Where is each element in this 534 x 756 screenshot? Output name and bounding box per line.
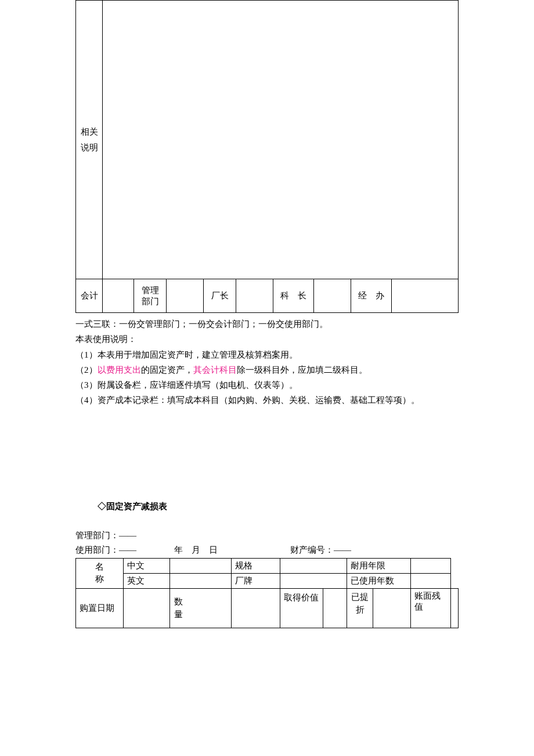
table-row: 名 称 中文 规格 耐用年限: [76, 558, 459, 573]
empty-cell: [280, 573, 347, 588]
mgmt-dept-value: ——: [119, 531, 136, 540]
table-related-notes: 相关说明 会计 管理部门 厂长 科 长 经 办: [75, 0, 459, 313]
highlight-text: 以费用支出: [98, 365, 141, 375]
table-row: 英文 厂牌 已使用年数: [76, 573, 459, 588]
acquired-value-label: 取得价值: [280, 588, 323, 628]
meta-line-2: 使用部门：—— 年 月 日 财产编号：——: [75, 543, 459, 558]
empty-cell: [124, 588, 170, 628]
related-notes-label: 相关说明: [76, 1, 103, 279]
depreciation-label: 已提折: [347, 588, 373, 628]
mgmt-dept-label: 管理部门：: [75, 531, 119, 540]
note-line: 本表使用说明：: [75, 332, 459, 347]
note-line: （3）附属设备栏，应详细逐件填写（如电机、仪表等）。: [75, 377, 459, 393]
english-label: 英文: [124, 573, 170, 588]
text: 的固定资产，: [141, 365, 193, 375]
signer-accounting: 会计: [76, 279, 103, 313]
empty-cell: [373, 588, 411, 628]
use-dept-value: ——: [119, 545, 136, 555]
text: （2）: [75, 365, 98, 375]
brand-label: 厂牌: [232, 573, 280, 588]
related-notes-content: [103, 1, 459, 279]
empty-cell: [232, 588, 280, 628]
empty-cell: [167, 279, 204, 313]
empty-cell: [411, 573, 451, 588]
date-field: 年 月 日: [174, 543, 290, 558]
empty-cell: [103, 279, 134, 313]
signer-handler: 经 办: [351, 279, 392, 313]
property-no-label: 财产编号：: [290, 545, 334, 555]
text: 数量: [171, 595, 185, 621]
durable-years-label: 耐用年限: [347, 558, 411, 573]
table-row: 会计 管理部门 厂长 科 长 经 办: [76, 279, 459, 313]
table-asset-loss: 名 称 中文 规格 耐用年限 英文 厂牌 已使用年数 购置日期 数量: [75, 558, 459, 628]
quantity-label: 数量: [170, 588, 232, 628]
empty-cell: [236, 279, 273, 313]
signer-section-chief: 科 长: [273, 279, 314, 313]
table-row: 相关说明: [76, 1, 459, 279]
empty-cell: [392, 279, 459, 313]
empty-cell: [451, 588, 459, 628]
note-line: （4）资产成本记录栏：填写成本科目（如内购、外购、关税、运输费、基础工程等项）。: [75, 393, 459, 408]
empty-cell: [170, 573, 232, 588]
meta-line-1: 管理部门：——: [75, 528, 459, 543]
text: 称: [95, 574, 104, 584]
highlight-text: 其会计科目: [193, 365, 237, 375]
signer-mgmt-dept: 管理部门: [134, 279, 167, 313]
book-residual-label: 账面残值: [411, 588, 451, 628]
empty-cell: [411, 558, 451, 573]
text: 名: [95, 562, 104, 571]
empty-cell: [323, 588, 347, 628]
text: 除一级科目外，应加填二级科目。: [237, 365, 367, 375]
name-label: 名 称: [76, 558, 124, 588]
purchase-date-label: 购置日期: [76, 588, 124, 628]
section-title: ◇固定资产减损表: [98, 501, 459, 512]
property-no-value: ——: [334, 545, 351, 555]
empty-cell: [170, 558, 232, 573]
used-years-label: 已使用年数: [347, 573, 411, 588]
chinese-label: 中文: [124, 558, 170, 573]
note-line: 一式三联：一份交管理部门；一份交会计部门；一份交使用部门。: [75, 316, 459, 332]
signer-factory-director: 厂长: [204, 279, 236, 313]
note-line: （1）本表用于增加固定资产时，建立管理及核算档案用。: [75, 347, 459, 362]
spec-label: 规格: [232, 558, 280, 573]
notes-block: 一式三联：一份交管理部门；一份交会计部门；一份交使用部门。 本表使用说明： （1…: [75, 316, 459, 408]
note-line: （2）以费用支出的固定资产，其会计科目除一级科目外，应加填二级科目。: [75, 362, 459, 377]
empty-cell: [280, 558, 347, 573]
empty-cell: [314, 279, 351, 313]
use-dept-label: 使用部门：: [75, 545, 119, 555]
table-row: 购置日期 数量 取得价值 已提折 账面残值: [76, 588, 459, 628]
